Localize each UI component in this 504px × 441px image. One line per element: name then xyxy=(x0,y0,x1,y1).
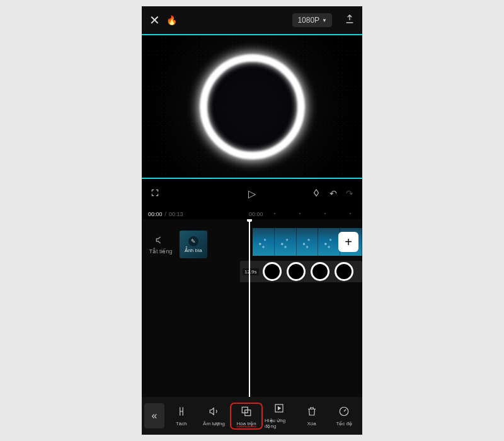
keyframe-icon[interactable] xyxy=(312,188,321,199)
edit-icon: ✎ xyxy=(188,236,198,246)
overlay-frame xyxy=(335,262,353,281)
current-time: 00:00 xyxy=(148,211,163,217)
tool-delete[interactable]: Xóa xyxy=(296,403,328,429)
redo-icon[interactable]: ↷ xyxy=(346,188,353,198)
chevron-left-icon: « xyxy=(152,410,158,421)
tool-label: Tách xyxy=(176,421,187,427)
add-clip-button[interactable]: + xyxy=(338,232,358,252)
plus-icon: + xyxy=(345,235,352,249)
tool-label: Tốc độ xyxy=(336,421,352,427)
tool-split[interactable]: Tách xyxy=(166,403,197,429)
close-icon[interactable]: ✕ xyxy=(149,13,160,28)
export-icon[interactable] xyxy=(345,14,355,26)
clip-frame xyxy=(318,228,340,256)
clip-frame xyxy=(297,228,319,256)
fullscreen-icon[interactable] xyxy=(151,188,159,199)
split-icon xyxy=(176,406,187,419)
tool-label: Âm lượng xyxy=(203,421,225,427)
resolution-label: 1080P xyxy=(297,16,319,25)
overlay-frame xyxy=(287,262,306,281)
overlay-clip[interactable]: 12.9s xyxy=(240,261,362,282)
video-preview[interactable] xyxy=(142,34,362,179)
playback-controls: ▷ ↶ ↷ xyxy=(142,179,362,208)
flame-icon[interactable]: 🔥 xyxy=(166,15,177,25)
time-ruler[interactable]: 00:00 / 00:13 00:00 xyxy=(142,208,362,219)
overlay-frame xyxy=(263,262,282,281)
overlay-duration: 12.9s xyxy=(243,268,259,275)
trash-icon xyxy=(306,406,318,419)
video-editor-app: ✕ 🔥 1080P ▼ ▷ ↶ ↷ 00:00 xyxy=(142,6,362,435)
tool-effect[interactable]: Hiệu ứng động xyxy=(263,400,295,432)
playhead[interactable] xyxy=(249,219,250,397)
mute-label: Tắt tiếng xyxy=(149,248,172,255)
undo-icon[interactable]: ↶ xyxy=(329,188,337,198)
speaker-mute-icon xyxy=(156,235,166,247)
chevron-down-icon: ▼ xyxy=(322,18,327,23)
tool-volume[interactable]: Âm lượng xyxy=(198,403,230,429)
preview-content-ring xyxy=(203,58,301,156)
back-button[interactable]: « xyxy=(144,403,164,428)
tool-label: Xóa xyxy=(307,421,316,427)
blend-icon xyxy=(241,406,252,419)
speed-icon xyxy=(338,406,350,419)
top-bar: ✕ 🔥 1080P ▼ xyxy=(142,6,362,34)
cover-label: Ảnh bìa xyxy=(185,248,202,253)
tool-label: Hiệu ứng động xyxy=(265,418,294,429)
mute-toggle[interactable]: Tắt tiếng xyxy=(142,235,180,255)
preview-container xyxy=(142,34,362,179)
cover-thumbnail[interactable]: ✎ Ảnh bìa xyxy=(180,231,207,258)
timeline[interactable]: Tắt tiếng ✎ Ảnh bìa + 12.9s xyxy=(142,219,362,397)
clip-frame xyxy=(253,228,275,256)
play-icon[interactable]: ▷ xyxy=(248,188,256,200)
volume-icon xyxy=(209,406,220,419)
ruler-tick: 00:00 xyxy=(249,211,263,217)
clip-frame xyxy=(275,228,297,256)
overlay-frame xyxy=(311,262,329,281)
resolution-dropdown[interactable]: 1080P ▼ xyxy=(292,13,332,27)
total-time: 00:13 xyxy=(169,211,183,217)
bottom-toolbar: « Tách Âm lượng Hòa trộn Hiệu ứng động xyxy=(142,397,362,435)
tool-label: Hòa trộn xyxy=(237,421,256,427)
tool-blend[interactable]: Hòa trộn xyxy=(231,403,262,429)
effect-icon xyxy=(273,403,285,416)
tool-speed[interactable]: Tốc độ xyxy=(328,403,360,429)
